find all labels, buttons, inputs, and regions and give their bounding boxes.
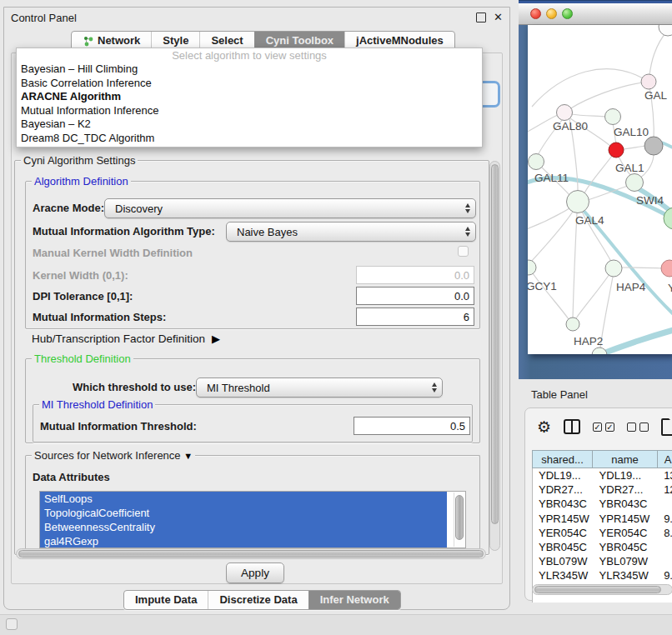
network-node-swi4[interactable] bbox=[664, 208, 672, 229]
algorithm-definition-group: Algorithm Definition Aracne Mode: Discov… bbox=[25, 181, 480, 329]
mi-steps-input[interactable] bbox=[356, 308, 474, 326]
stepper-arrows-icon bbox=[427, 382, 442, 392]
which-threshold-label: Which threshold to use: bbox=[73, 381, 196, 393]
network-node-labels: GAL GAL80 GAL10 GAL1 GAL11 SWI4 GAL4 GCY… bbox=[528, 89, 672, 348]
network-canvas[interactable]: GAL GAL80 GAL10 GAL1 GAL11 SWI4 GAL4 GCY… bbox=[528, 25, 672, 354]
network-node[interactable] bbox=[626, 174, 644, 192]
network-nodes bbox=[528, 25, 672, 354]
column-header[interactable]: A bbox=[658, 450, 672, 468]
algorithm-dropdown-popup: Select algorithm to view settings Bayesi… bbox=[16, 48, 483, 148]
network-graph: GAL GAL80 GAL10 GAL1 GAL11 SWI4 GAL4 GCY… bbox=[528, 25, 672, 354]
svg-text:GAL4: GAL4 bbox=[575, 214, 604, 227]
split-columns-icon[interactable] bbox=[564, 419, 580, 434]
network-node[interactable] bbox=[605, 109, 621, 125]
svg-text:HAP4: HAP4 bbox=[616, 281, 646, 293]
manual-kernel-width-checkbox[interactable] bbox=[458, 246, 469, 257]
table-row[interactable]: YER054CYER054C8. bbox=[533, 526, 672, 540]
list-item[interactable]: TopologicalCoefficient bbox=[40, 506, 447, 520]
table-row[interactable]: YBR045CYBR045C bbox=[533, 540, 672, 554]
network-node-gal80[interactable] bbox=[557, 105, 573, 121]
control-panel-titlebar: Control Panel ✕ bbox=[4, 8, 509, 28]
table-header-row: shared... name A bbox=[532, 450, 672, 468]
network-node-gcy1[interactable] bbox=[528, 260, 536, 275]
settings-scrollbar-vertical[interactable] bbox=[489, 161, 500, 551]
network-icon bbox=[83, 36, 93, 47]
network-view-window: GAL GAL80 GAL10 GAL1 GAL11 SWI4 GAL4 GCY… bbox=[519, 0, 672, 379]
table-panel: ⚙ ✓ ✓ shared... name A YDL19...YDL19...1… bbox=[524, 408, 672, 601]
float-window-icon[interactable] bbox=[476, 12, 486, 22]
menu-item[interactable]: Mutual Information Inference bbox=[17, 104, 482, 118]
desktop: Control Panel ✕ Network Style Select Cyn… bbox=[0, 0, 672, 635]
menu-item[interactable]: Basic Correlation Inference bbox=[17, 77, 482, 91]
dpi-tolerance-label: DPI Tolerance [0,1]: bbox=[33, 290, 133, 302]
network-node-hap2[interactable] bbox=[566, 318, 579, 331]
aracne-mode-select[interactable]: Discovery bbox=[104, 198, 476, 218]
settings-group-title: Cyni Algorithm Settings bbox=[21, 154, 138, 167]
mi-threshold-label: Mutual Information Threshold: bbox=[40, 420, 197, 432]
expand-arrow-icon[interactable]: ▶ bbox=[212, 332, 220, 345]
list-scrollbar[interactable] bbox=[454, 492, 464, 547]
panel-grip-icon[interactable] bbox=[6, 618, 18, 630]
column-header[interactable]: name bbox=[593, 450, 658, 468]
close-traffic-light-icon[interactable] bbox=[530, 8, 541, 19]
zoom-traffic-light-icon[interactable] bbox=[562, 8, 573, 19]
table-row[interactable]: YPR145WYPR145W9. bbox=[533, 512, 672, 526]
cyni-bottom-tabbar: Impute Data Discretize Data Infer Networ… bbox=[123, 590, 401, 610]
list-item[interactable]: SelfLoops bbox=[40, 492, 447, 506]
hub-transcription-factor-section[interactable]: Hub/Transcription Factor Definition ▶ bbox=[32, 332, 220, 345]
table-row[interactable]: YBL079WYBL079W bbox=[533, 554, 672, 568]
aracne-mode-label: Aracne Mode: bbox=[33, 202, 104, 214]
threshold-definition-group: Threshold Definition Which threshold to … bbox=[25, 358, 480, 443]
table-row[interactable]: YBR043CYBR043C bbox=[533, 497, 672, 511]
network-node-pink[interactable] bbox=[661, 260, 672, 277]
popup-placeholder: Select algorithm to view settings bbox=[17, 48, 482, 62]
which-threshold-select[interactable]: MI Threshold bbox=[196, 378, 443, 398]
network-node-gal4[interactable] bbox=[567, 191, 589, 213]
network-node-gal-cut[interactable] bbox=[641, 74, 656, 89]
table-row[interactable]: YDL19...YDL19...13 bbox=[533, 468, 672, 482]
deselect-all-icon[interactable] bbox=[627, 422, 649, 432]
list-item[interactable]: gal4RGexp bbox=[40, 534, 447, 548]
kernel-width-label: Kernel Width (0,1): bbox=[33, 269, 128, 282]
network-node-hap4[interactable] bbox=[605, 260, 622, 277]
select-all-icon[interactable]: ✓ ✓ bbox=[593, 422, 614, 432]
gear-icon[interactable]: ⚙ bbox=[537, 419, 551, 435]
menu-item[interactable]: Bayesian – Hill Climbing bbox=[17, 62, 482, 77]
network-node-gal11[interactable] bbox=[529, 154, 544, 170]
table-row[interactable]: YLR345WYLR345W9. bbox=[533, 568, 672, 582]
minimize-traffic-light-icon[interactable] bbox=[546, 8, 557, 19]
svg-text:Y: Y bbox=[668, 282, 672, 294]
svg-text:GAL1: GAL1 bbox=[615, 162, 644, 174]
dpi-tolerance-input[interactable] bbox=[356, 287, 474, 305]
table-toolbar: ⚙ ✓ ✓ bbox=[525, 408, 672, 445]
svg-text:GAL80: GAL80 bbox=[553, 120, 588, 132]
mi-threshold-input[interactable] bbox=[354, 417, 470, 435]
menu-item[interactable]: Bayesian – K2 bbox=[17, 118, 482, 132]
kernel-width-input[interactable] bbox=[356, 266, 474, 284]
column-header[interactable]: shared... bbox=[532, 450, 593, 468]
svg-text:GAL11: GAL11 bbox=[534, 172, 569, 184]
collapse-arrow-icon[interactable]: ▼ bbox=[183, 451, 193, 461]
svg-text:GAL: GAL bbox=[644, 89, 668, 102]
data-attributes-label: Data Attributes bbox=[33, 471, 110, 483]
list-item[interactable]: BetweennessCentrality bbox=[40, 520, 447, 534]
apply-button[interactable]: Apply bbox=[226, 562, 284, 583]
table-row[interactable]: YDR27...YDR27...12 bbox=[533, 482, 672, 497]
tab-impute-data[interactable]: Impute Data bbox=[124, 591, 208, 609]
network-node[interactable] bbox=[659, 25, 672, 36]
menu-item[interactable]: Dream8 DC_TDC Algorithm bbox=[17, 132, 482, 146]
tab-discretize-data[interactable]: Discretize Data bbox=[208, 591, 308, 609]
tab-infer-network[interactable]: Infer Network bbox=[308, 591, 400, 609]
settings-scrollbar-horizontal[interactable] bbox=[16, 548, 486, 559]
data-attributes-list[interactable]: SelfLoops TopologicalCoefficient Between… bbox=[39, 491, 466, 548]
new-table-icon[interactable] bbox=[661, 418, 672, 436]
network-node-gal10[interactable] bbox=[644, 137, 663, 155]
network-window-titlebar[interactable] bbox=[519, 3, 672, 25]
network-node[interactable] bbox=[592, 348, 607, 354]
network-node-gal1-selected[interactable] bbox=[609, 142, 624, 158]
table-scrollbar-horizontal[interactable] bbox=[532, 584, 672, 595]
menu-item[interactable]: ARACNE Algorithm bbox=[17, 90, 482, 104]
table-body: YDL19...YDL19...13 YDR27...YDR27...12 YB… bbox=[532, 468, 672, 602]
mi-algorithm-type-select[interactable]: Naive Bayes bbox=[226, 222, 476, 242]
close-icon[interactable]: ✕ bbox=[494, 13, 503, 22]
